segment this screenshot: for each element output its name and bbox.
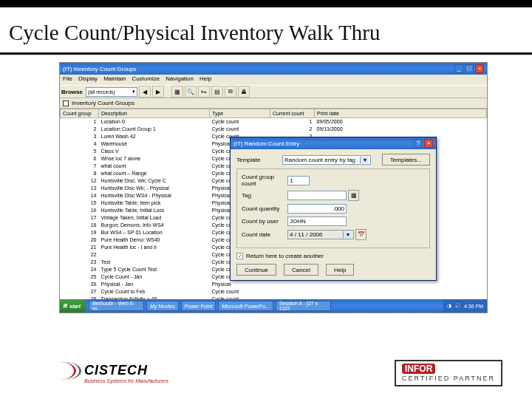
menu-navigation[interactable]: Navigation [166,75,194,84]
clock: 4:36 PM [464,304,483,309]
browse-label: Browse [61,89,83,95]
slide-top-bar [0,0,532,7]
toolbar-key-icon[interactable]: 🗝 [198,86,210,98]
templates-button[interactable]: Templates... [382,154,430,166]
dialog-help-icon[interactable]: ? [414,139,423,148]
toolbar-list-icon[interactable]: ▤ [211,86,223,98]
infor-brand: INFOR [402,364,435,374]
cistech-tagline: Business Systems for Manufacturers [84,378,168,383]
dialog-fieldset: Count group count 1 Tag ▦ Count quantity… [236,168,430,248]
menu-file[interactable]: File [63,75,72,84]
col-print-date[interactable]: Print date [315,109,487,118]
menu-customize[interactable]: Customize [132,75,160,84]
taskbar-item[interactable]: My Movies [146,301,178,311]
col-current-count[interactable]: Current count [270,109,315,118]
infor-partner-badge: INFOR CERTIFIED PARTNER [395,360,502,386]
return-here-label: Return here to create another [246,253,324,259]
slide-underline [0,52,532,55]
table-row[interactable]: 2Location Count Group 1Cycle count209/13… [61,126,487,133]
table-row[interactable]: 27Cycle Count to FebCycle count [61,288,487,296]
taskbar-item[interactable]: Microsoft PowerPo... [218,301,273,311]
main-window-titlebar: (IT) Inventory Count Groups _ □ × [60,63,487,75]
count-quantity-input[interactable]: .000 [287,204,347,214]
tag-input[interactable] [287,191,347,200]
menu-maintain[interactable]: Maintain [103,75,126,84]
slide-footer: CISTECH Business Systems for Manufacture… [0,347,532,399]
count-group-input[interactable]: 1 [287,176,310,185]
embedded-screenshot: (IT) Inventory Count Groups _ □ × File D… [59,62,488,313]
browse-value: (all records) [88,89,115,95]
cistech-name: CISTECH [84,363,148,378]
infor-certified-label: CERTIFIED PARTNER [402,375,495,382]
dialog-titlebar: (IT) Random Count Entry ? × [231,137,436,149]
toolbar: Browse (all records) ▾ ◀ ▶ ▦ 🔍 🗝 ▤ ⧉ 🖶 [60,85,487,98]
count-by-user-input[interactable]: JOHN [287,216,347,226]
cistech-logo: CISTECH Business Systems for Manufacture… [44,362,168,384]
windows-logo-icon: ⊞ [63,303,67,309]
slide-title: Cycle Count/Physical Inventory Walk Thru [0,7,532,52]
windows-taskbar: ⊞ start BelSouth - Web E-m... My Movies … [60,299,487,313]
continue-button[interactable]: Continue [236,264,276,276]
maximize-button[interactable]: □ [465,64,474,73]
col-type[interactable]: Type [210,109,270,118]
list-subheader: Inventory Count Groups [60,98,487,109]
swoosh-icon [44,362,81,384]
collapse-icon[interactable] [63,100,69,106]
tag-lookup-icon[interactable]: ▦ [348,190,359,201]
col-description[interactable]: Description [99,109,210,118]
menu-bar: File Display Maintain Customize Navigati… [60,75,487,85]
tag-label: Tag [242,192,287,199]
menu-help[interactable]: Help [200,75,211,84]
help-button[interactable]: Help [326,264,354,276]
system-tray: ◑ 🔊 4:36 PM [443,299,487,313]
taskbar-item[interactable]: Session A - [27 x 132] [276,301,331,311]
calendar-icon[interactable]: 📅 [355,229,366,240]
main-window: (IT) Inventory Count Groups _ □ × File D… [60,63,487,313]
tray-icon[interactable]: ◑ [447,303,451,309]
minimize-button[interactable]: _ [454,64,463,73]
toolbar-print-icon[interactable]: 🖶 [238,86,250,98]
toolbar-prev-button[interactable]: ◀ [139,86,151,98]
count-quantity-label: Count quantity [242,205,287,212]
start-button[interactable]: ⊞ start [60,299,86,313]
count-date-value: 4 / 11 / 2006 [290,231,322,238]
template-label: Template [236,157,282,163]
count-date-input[interactable]: 4 / 11 / 2006 ▾ [287,230,354,239]
chevron-down-icon: ▾ [360,157,369,163]
dialog-close-button[interactable]: × [424,139,433,148]
menu-display[interactable]: Display [78,75,98,84]
tray-icon[interactable]: 🔊 [454,303,461,309]
table-row[interactable]: 26Physical - JanPhysical [61,281,487,288]
toolbar-card-icon[interactable]: ▦ [171,86,183,98]
chevron-down-icon: ▾ [132,89,135,95]
start-label: start [69,304,81,309]
random-count-entry-dialog: (IT) Random Count Entry ? × Template Ran… [230,137,437,281]
grid-header-row: Count group Description Type Current cou… [61,109,487,118]
browse-select[interactable]: (all records) ▾ [86,87,137,97]
template-select[interactable]: Random count entry by tag ▾ [282,155,371,165]
count-by-user-label: Count by user [242,218,287,225]
chevron-down-icon: ▾ [343,231,352,238]
toolbar-count-icon[interactable]: ⧉ [225,86,236,98]
count-group-label: Count group count [242,174,287,187]
toolbar-next-button[interactable]: ▶ [152,86,164,98]
taskbar-item[interactable]: BelSouth - Web E-m... [89,301,144,311]
dialog-title: (IT) Random Count Entry [233,140,299,147]
list-subheader-title: Inventory Count Groups [72,100,134,106]
table-row[interactable]: 1Location 0Cycle count109/05/2000 [61,118,487,126]
template-value: Random count entry by tag [284,157,355,163]
close-button[interactable]: × [475,64,484,73]
toolbar-find-icon[interactable]: 🔍 [185,86,197,98]
main-window-title: (IT) Inventory Count Groups [63,66,137,72]
return-here-checkbox[interactable]: ✓ [236,253,243,259]
col-count-group[interactable]: Count group [61,109,99,118]
count-date-label: Count date [242,231,287,238]
taskbar-item[interactable]: Power Point [181,301,216,311]
cancel-button[interactable]: Cancel [284,264,318,276]
